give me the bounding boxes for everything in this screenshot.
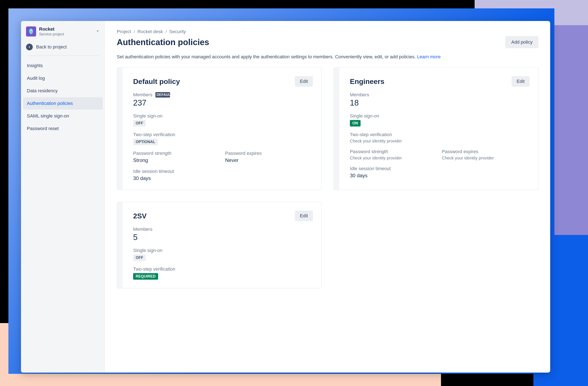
two-step-badge: REQUIRED <box>133 273 158 280</box>
sidebar-item-label: Password reset <box>27 126 59 131</box>
edit-button[interactable]: Edit <box>295 76 313 87</box>
back-label: Back to project <box>36 44 67 50</box>
idle-value: 30 days <box>133 175 313 181</box>
edit-button[interactable]: Edit <box>295 211 313 221</box>
policy-name: Engineers <box>350 77 384 86</box>
breadcrumb-separator: / <box>166 29 167 34</box>
pw-expires-label: Password expires <box>225 151 313 156</box>
members-label: Members <box>133 227 152 232</box>
app-window: Rocket Service project Back to project I… <box>21 21 550 373</box>
page-title: Authentication policies <box>117 38 209 47</box>
project-switcher[interactable]: Rocket Service project <box>21 26 105 40</box>
sidebar-item-authentication-policies[interactable]: Authentication policies <box>23 97 103 110</box>
chevron-down-icon <box>96 29 100 34</box>
breadcrumb-item[interactable]: Security <box>169 29 186 34</box>
rocket-icon <box>27 28 35 35</box>
back-to-project[interactable]: Back to project <box>21 40 105 55</box>
policy-card-engineers: Engineers Edit Members 18 Single sign-on… <box>334 67 538 190</box>
page-description: Set authentication policies with your ma… <box>117 53 507 60</box>
policy-card-2sv: 2SV Edit Members 5 Single sign-on OFF Tw… <box>117 202 322 289</box>
sidebar-nav: Insights Audit log Data residency Authen… <box>21 59 105 135</box>
sso-badge: OFF <box>133 254 146 261</box>
sidebar-item-password-reset[interactable]: Password reset <box>23 122 103 135</box>
sidebar-item-label: Data residency <box>27 88 58 93</box>
two-step-label: Two-step verification <box>133 267 313 272</box>
divider <box>26 55 100 56</box>
sso-badge: ON <box>350 120 360 127</box>
sidebar-item-label: SAML single sign-on <box>27 113 69 118</box>
sidebar-item-label: Authentication policies <box>27 101 73 106</box>
members-count: 18 <box>350 98 530 107</box>
main-content: Project / Rocket desk / Security Authent… <box>105 21 550 373</box>
sso-label: Single sign-on <box>133 248 313 253</box>
members-label: Members <box>350 92 369 97</box>
two-step-note: Check your identity provider <box>350 139 530 143</box>
two-step-label: Two-step verification <box>133 132 313 137</box>
policy-name: 2SV <box>133 212 147 220</box>
sso-label: Single sign-on <box>350 113 530 119</box>
two-step-label: Two-step verification <box>350 132 530 137</box>
members-label: Members <box>133 92 152 97</box>
pw-strength-label: Password strength <box>133 151 221 156</box>
arrow-left-icon <box>26 44 33 50</box>
sidebar-item-insights[interactable]: Insights <box>23 59 103 72</box>
two-step-badge: OPTIONAL <box>133 139 158 145</box>
breadcrumb: Project / Rocket desk / Security <box>117 29 538 34</box>
sidebar-item-data-residency[interactable]: Data residency <box>23 85 103 97</box>
members-count: 237 <box>133 98 313 107</box>
sidebar-item-audit-log[interactable]: Audit log <box>23 72 103 84</box>
learn-more-link[interactable]: Learn more <box>417 54 441 59</box>
sidebar: Rocket Service project Back to project I… <box>21 21 105 373</box>
policy-card-default: Default policy Edit Members DEFAULT 237 … <box>117 67 322 190</box>
idle-label: Idle session timeout <box>350 166 530 171</box>
pw-strength-label: Password strength <box>350 149 438 154</box>
sidebar-item-label: Insights <box>27 63 43 68</box>
project-type: Service project <box>39 32 93 37</box>
breadcrumb-item[interactable]: Rocket desk <box>138 29 163 34</box>
pw-strength-value: Strong <box>133 157 221 163</box>
svg-point-0 <box>30 30 32 31</box>
description-text: Set authentication policies with your ma… <box>117 54 417 59</box>
pw-expires-value: Never <box>225 157 313 163</box>
project-logo <box>26 26 36 37</box>
sidebar-item-label: Audit log <box>27 76 45 81</box>
pw-expires-note: Check your identity provider <box>442 156 530 160</box>
pw-expires-label: Password expires <box>442 149 530 154</box>
breadcrumb-separator: / <box>134 29 135 34</box>
edit-button[interactable]: Edit <box>512 76 530 87</box>
idle-label: Idle session timeout <box>133 169 313 174</box>
idle-value: 30 days <box>350 173 530 178</box>
add-policy-button[interactable]: Add policy <box>505 36 538 48</box>
policies-grid: Default policy Edit Members DEFAULT 237 … <box>117 67 538 289</box>
breadcrumb-item[interactable]: Project <box>117 29 131 34</box>
sso-badge: OFF <box>133 120 146 127</box>
pw-strength-note: Check your identity provider <box>350 156 438 160</box>
default-badge: DEFAULT <box>155 92 170 97</box>
policy-name: Default policy <box>133 77 180 86</box>
project-name: Rocket <box>39 26 93 32</box>
sso-label: Single sign-on <box>133 113 313 119</box>
members-count: 5 <box>133 233 313 242</box>
sidebar-item-saml-sso[interactable]: SAML single sign-on <box>23 110 103 122</box>
